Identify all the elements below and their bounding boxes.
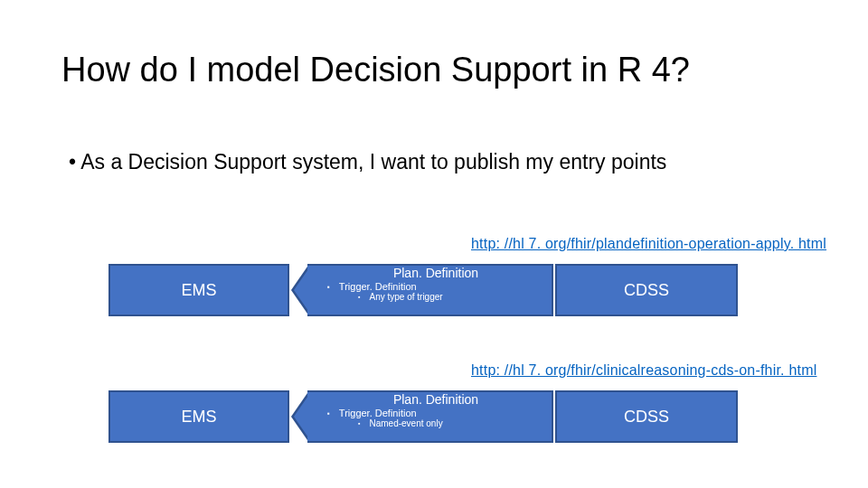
arrow-line2: Named-event only bbox=[322, 418, 550, 428]
cdss-box: CDSS bbox=[555, 264, 738, 316]
cdss-box: CDSS bbox=[555, 390, 738, 443]
arrow-content: Plan. Definition Trigger. Definition Nam… bbox=[322, 392, 550, 428]
diagram-row-1: EMS Plan. Definition Trigger. Definition… bbox=[108, 264, 760, 322]
slide-title: How do I model Decision Support in R 4? bbox=[61, 51, 690, 89]
arrow-line1: Trigger. Definition bbox=[322, 408, 550, 418]
main-bullet: As a Decision Support system, I want to … bbox=[69, 150, 666, 174]
arrow-line1: Trigger. Definition bbox=[322, 281, 550, 292]
arrow-title: Plan. Definition bbox=[322, 392, 550, 407]
ems-box: EMS bbox=[108, 264, 289, 316]
arrow-content: Plan. Definition Trigger. Definition Any… bbox=[322, 266, 550, 302]
link-cds-on-fhir[interactable]: http: //hl 7. org/fhir/clinicalreasoning… bbox=[471, 362, 816, 379]
slide: How do I model Decision Support in R 4? … bbox=[0, 0, 868, 488]
arrow-head-fill bbox=[294, 267, 310, 314]
ems-box: EMS bbox=[108, 390, 289, 443]
diagram-row-2: EMS Plan. Definition Trigger. Definition… bbox=[108, 390, 760, 448]
link-plandefinition-apply[interactable]: http: //hl 7. org/fhir/plandefinition-op… bbox=[471, 236, 826, 252]
arrow-head-fill bbox=[294, 393, 310, 440]
arrow-title: Plan. Definition bbox=[322, 266, 550, 280]
arrow-line2: Any type of trigger bbox=[322, 292, 550, 302]
